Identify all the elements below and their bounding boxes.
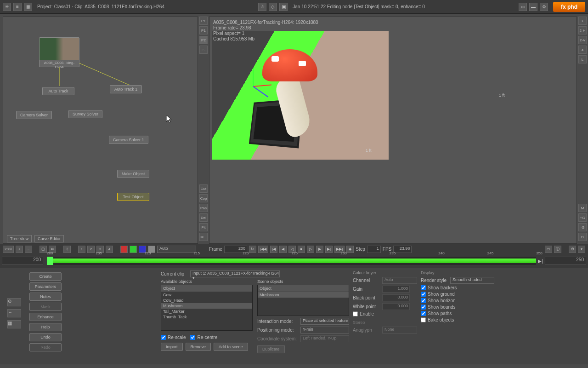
- show-bounds-checkbox[interactable]: Show bounds: [421, 305, 494, 310]
- tool-icon-move[interactable]: ↔: [7, 309, 21, 317]
- copy-button[interactable]: Cop: [199, 194, 208, 202]
- fit-icon[interactable]: ▢: [40, 246, 47, 253]
- bake-objects-checkbox[interactable]: Bake objects: [421, 317, 494, 322]
- timeline-end-icon[interactable]: ▶|: [538, 259, 543, 264]
- mode-icon-2[interactable]: ≡: [13, 3, 22, 11]
- grid-plus-button[interactable]: +G: [578, 213, 587, 222]
- node-survey-solver[interactable]: Survey Solver: [68, 110, 102, 118]
- tool-icon-a[interactable]: ☃: [258, 3, 266, 11]
- p-minus-button[interactable]: P-: [199, 46, 208, 54]
- opt-icon-3[interactable]: ⚙: [569, 246, 576, 253]
- delete-button[interactable]: Del: [199, 213, 208, 222]
- rescale-checkbox[interactable]: Re-scale: [161, 335, 186, 340]
- layout-4-button[interactable]: 4: [578, 46, 587, 54]
- enable-keyer-checkbox[interactable]: Enable: [353, 311, 417, 316]
- cut-button[interactable]: Cut: [199, 184, 208, 193]
- create-tab[interactable]: Create: [29, 272, 62, 281]
- interaction-mode-select[interactable]: Place at selected feature: [300, 318, 349, 325]
- mode-icon-1[interactable]: ✳: [3, 3, 11, 11]
- help-tab[interactable]: Help: [29, 323, 62, 331]
- p1-button[interactable]: P1: [199, 26, 208, 34]
- mode-icon-3[interactable]: ▦: [24, 3, 32, 11]
- timeline-tick: 210: [145, 251, 151, 255]
- layout-2h-button[interactable]: 2-H: [578, 26, 587, 34]
- layout-icon-1[interactable]: ▭: [519, 3, 527, 11]
- enhance-tab[interactable]: Enhance: [29, 313, 62, 321]
- node-camera-solver-1[interactable]: Camera Solver 1: [109, 136, 148, 144]
- minus-icon[interactable]: −: [25, 246, 32, 253]
- m-button[interactable]: M: [578, 204, 587, 212]
- node-test-object[interactable]: Test Object: [117, 193, 149, 201]
- tool-icon-b[interactable]: ◇: [269, 3, 277, 11]
- fit-button[interactable]: Fit: [199, 223, 208, 231]
- parameters-tab[interactable]: Parameters: [29, 282, 62, 291]
- black-point-field[interactable]: 0.000: [382, 294, 410, 301]
- available-objects-list[interactable]: Object CowCow_HeadMushroomTall_MarkerThu…: [161, 285, 253, 331]
- duplicate-button[interactable]: Duplicate: [257, 345, 285, 353]
- p2-button[interactable]: P2: [199, 36, 208, 44]
- list-item[interactable]: Cow_Head: [161, 298, 252, 303]
- timeline-tick: 235: [390, 251, 396, 255]
- show-ground-checkbox[interactable]: Show ground: [421, 292, 494, 297]
- layout-l-button[interactable]: L: [578, 55, 587, 63]
- list-item[interactable]: Mushroom: [258, 292, 349, 298]
- 3d-viewport[interactable]: A035_C008_1121FX-forTracking-H264: 1920x…: [209, 17, 577, 244]
- tool-icon-c[interactable]: ▣: [279, 3, 288, 11]
- zoom-field[interactable]: 23%: [3, 246, 14, 253]
- show-paths-checkbox[interactable]: Show paths: [421, 311, 494, 316]
- list-item[interactable]: Mushroom: [161, 303, 252, 309]
- curve-editor-button[interactable]: Curve Editor: [34, 235, 64, 242]
- list-item[interactable]: Thumb_Tack: [161, 314, 252, 320]
- gain-field[interactable]: 1.000: [382, 286, 410, 293]
- node-label: A035_C008...king-H264: [40, 60, 79, 70]
- tool-icon-proj[interactable]: ▦: [7, 320, 21, 328]
- channel-select[interactable]: Auto: [382, 277, 417, 284]
- node-make-object[interactable]: Make Object: [117, 170, 149, 178]
- gear-icon[interactable]: ⚙: [540, 3, 548, 11]
- tool-icon-select[interactable]: ⊙: [7, 298, 21, 306]
- layout-2v-button[interactable]: 2-V: [578, 36, 587, 44]
- layout-1-button[interactable]: 1: [578, 17, 587, 25]
- timeline: 200 200205210215220225230235240245250 ▶|…: [0, 254, 588, 268]
- scene-objects-list[interactable]: Object Mushroom: [257, 285, 349, 316]
- recentre-checkbox[interactable]: Re-centre: [190, 335, 217, 340]
- show-horizon-checkbox[interactable]: Show horizon: [421, 298, 494, 303]
- list-item[interactable]: Tall_Marker: [161, 309, 252, 314]
- node-auto-track-1[interactable]: Auto Track 1: [110, 85, 142, 93]
- plus-icon[interactable]: +: [16, 246, 23, 253]
- opt-icon-2[interactable]: ⓘ: [554, 246, 561, 253]
- clip-resolution: A035_C008_1121FX-forTracking-H264: 1920x…: [213, 20, 318, 25]
- render-style-select[interactable]: Smooth-shaded: [450, 277, 494, 284]
- show-trackers-checkbox[interactable]: Show trackers: [421, 285, 494, 290]
- in-frame-field[interactable]: 200: [2, 257, 43, 265]
- notes-tab[interactable]: Notes: [29, 293, 62, 301]
- white-point-field[interactable]: 0.000: [382, 303, 410, 310]
- layout-icon-2[interactable]: ▬: [529, 3, 537, 11]
- undo-button[interactable]: Undo: [29, 333, 62, 341]
- import-button[interactable]: Import: [161, 343, 183, 351]
- opt-icon-4[interactable]: ▾: [578, 246, 585, 253]
- node-source-clip[interactable]: A035_C008...king-H264: [39, 37, 79, 67]
- tree-view-button[interactable]: Tree View: [7, 235, 32, 242]
- timeline-track[interactable]: 200205210215220225230235240245250: [47, 257, 536, 265]
- node-camera-solver[interactable]: Camera Solver: [16, 111, 52, 119]
- remove-button[interactable]: Remove: [186, 343, 211, 351]
- node-graph-panel[interactable]: A035_C008...king-H264 Auto Track Auto Tr…: [3, 17, 198, 244]
- add-to-scene-button[interactable]: Add to scene: [214, 343, 248, 351]
- grid-minus-button[interactable]: -G: [578, 223, 587, 231]
- current-clip-select[interactable]: Input 1: A035_C008_1121FX-forTracking-H2…: [190, 270, 280, 277]
- mask-tab[interactable]: Mask: [29, 303, 62, 311]
- positioning-mode-select[interactable]: Y-min: [300, 327, 349, 334]
- redo-button[interactable]: Redo: [29, 343, 62, 351]
- paste-button[interactable]: Pas: [199, 204, 208, 212]
- available-objects-label: Available objects: [161, 279, 253, 284]
- channel-label: Channel: [353, 278, 380, 283]
- list-item[interactable]: Cow: [161, 292, 252, 298]
- out-frame-field[interactable]: 250: [545, 257, 586, 265]
- playhead[interactable]: [47, 257, 53, 265]
- d-button[interactable]: D: [578, 233, 587, 241]
- menu-button[interactable]: M...: [199, 233, 208, 241]
- node-auto-track[interactable]: Auto Track: [42, 87, 74, 95]
- p-plus-button[interactable]: P+: [199, 17, 208, 25]
- opt-icon-1[interactable]: ▭: [545, 246, 552, 253]
